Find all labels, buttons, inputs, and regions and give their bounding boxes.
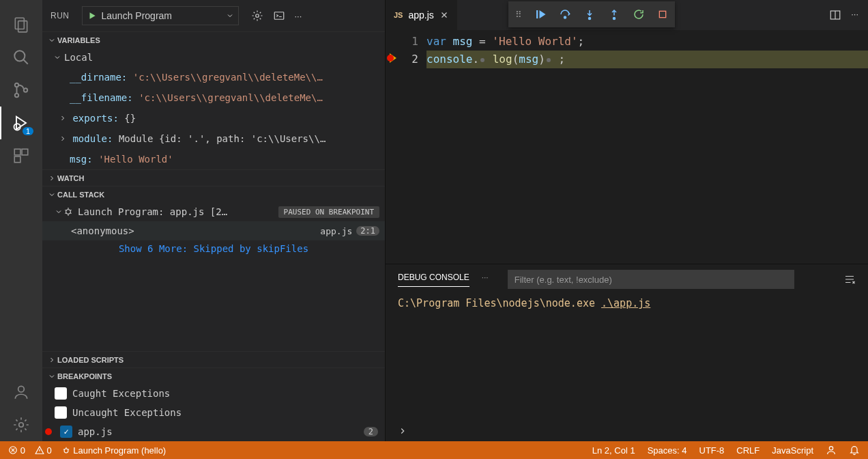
continue-icon[interactable] (534, 8, 547, 20)
repl-prompt-icon[interactable] (398, 426, 407, 436)
svg-point-15 (66, 210, 71, 214)
more-icon[interactable]: ··· (851, 9, 858, 21)
chevron-right-icon (46, 356, 57, 364)
status-launch[interactable]: Launch Program (hello) (61, 445, 166, 456)
chevron-down-icon (46, 191, 57, 199)
code-line[interactable]: var msg = 'Hello World'; (426, 33, 868, 51)
chevron-down-icon (46, 36, 57, 44)
callstack-show-more[interactable]: Show 6 More: Skipped by skipFiles (42, 240, 385, 257)
grip-icon[interactable]: ⠿ (515, 10, 522, 20)
breakpoint-dot-icon (45, 428, 52, 435)
checkbox[interactable] (55, 406, 67, 419)
svg-point-19 (613, 18, 616, 20)
run-title: RUN (50, 11, 70, 20)
restart-icon[interactable] (633, 8, 645, 20)
paused-badge: PAUSED ON BREAKPOINT (278, 206, 379, 218)
explorer-icon[interactable] (5, 8, 38, 41)
svg-rect-8 (14, 149, 20, 155)
svg-line-3 (23, 59, 28, 64)
variable-row[interactable]: module: Module {id: '.', path: 'c:\\User… (42, 128, 385, 149)
more-icon[interactable]: ··· (295, 11, 302, 21)
line-numbers: 1 2 (399, 33, 426, 264)
code-line-current[interactable]: console. log(msg) ; (426, 51, 868, 68)
status-position[interactable]: Ln 2, Col 1 (592, 445, 635, 456)
svg-rect-14 (274, 12, 284, 20)
debug-console-tab[interactable]: DEBUG CONSOLE (398, 273, 469, 287)
code-editor[interactable]: 1 2 var msg = 'Hello World'; console. lo… (386, 30, 868, 264)
breakpoints-section-header[interactable]: BREAKPOINTS (42, 367, 385, 384)
variable-row[interactable]: __dirname: 'c:\\Users\\gregvanl\\deleteM… (42, 67, 385, 87)
run-sidebar: RUN Launch Program ··· VARIABLES Local _… (42, 0, 386, 441)
breakpoint-file[interactable]: ✓app.js2 (42, 422, 385, 441)
status-spaces[interactable]: Spaces: 4 (648, 445, 687, 456)
console-output[interactable]: C:\Program Files\nodejs\node.exe .\app.j… (386, 294, 868, 441)
svg-point-18 (589, 18, 591, 20)
chevron-down-icon (53, 53, 61, 61)
svg-rect-0 (15, 18, 24, 29)
console-icon[interactable] (273, 10, 285, 22)
activity-bar: 1 (0, 0, 42, 441)
status-language[interactable]: JavaScript (772, 445, 813, 456)
variable-row[interactable]: msg: 'Hello World' (42, 149, 385, 169)
feedback-icon[interactable] (826, 445, 837, 456)
svg-point-4 (15, 83, 18, 87)
status-bar: 0 0 Launch Program (hello) Ln 2, Col 1 S… (0, 441, 868, 459)
debug-toolbar[interactable]: ⠿ (508, 1, 675, 27)
status-warnings[interactable]: 0 (35, 445, 52, 456)
filter-input[interactable]: Filter (e.g. text, !exclude) (508, 270, 794, 289)
svg-point-13 (255, 14, 259, 18)
variable-row[interactable]: exports: {} (42, 108, 385, 128)
status-encoding[interactable]: UTF-8 (699, 445, 725, 456)
split-editor-icon[interactable] (829, 9, 841, 21)
clear-console-icon[interactable] (843, 273, 856, 286)
watch-section-header[interactable]: WATCH (42, 169, 385, 186)
breakpoint-caught[interactable]: Caught Exceptions (42, 384, 385, 403)
bug-icon (63, 206, 74, 217)
breakpoint-uncaught[interactable]: Uncaught Exceptions (42, 403, 385, 422)
js-file-icon: JS (394, 11, 403, 19)
gear-icon[interactable] (251, 10, 263, 22)
bell-icon[interactable] (849, 445, 860, 456)
start-debug-icon[interactable] (83, 11, 102, 20)
panel-more[interactable]: ··· (482, 273, 489, 286)
chevron-right-icon (59, 114, 67, 122)
svg-point-11 (18, 386, 25, 392)
debug-badge: 1 (23, 127, 33, 135)
launch-config-select[interactable]: Launch Program (82, 6, 239, 25)
svg-point-5 (15, 94, 18, 97)
variable-scope[interactable]: Local (42, 48, 385, 67)
settings-icon[interactable] (5, 408, 38, 441)
callstack-section-header[interactable]: CALL STACK (42, 186, 385, 202)
svg-point-17 (564, 16, 566, 18)
checkbox-checked[interactable]: ✓ (60, 426, 72, 438)
search-icon[interactable] (5, 41, 38, 74)
step-out-icon[interactable] (608, 8, 620, 20)
callstack-thread[interactable]: Launch Program: app.js [2… PAUSED ON BRE… (42, 202, 385, 221)
callstack-frame[interactable]: <anonymous> app.js 2:1 (42, 221, 385, 240)
step-into-icon[interactable] (583, 8, 596, 20)
debug-console-panel: DEBUG CONSOLE ··· Filter (e.g. text, !ex… (386, 264, 868, 441)
run-debug-icon[interactable]: 1 (5, 107, 38, 139)
status-eol[interactable]: CRLF (736, 445, 760, 456)
svg-point-12 (19, 423, 24, 428)
extensions-icon[interactable] (5, 139, 38, 172)
editor-tab[interactable]: JS app.js (386, 0, 457, 30)
chevron-right-icon (59, 135, 67, 143)
config-name: Launch Program (102, 10, 222, 21)
stop-icon[interactable] (657, 9, 668, 20)
chevron-down-icon[interactable] (222, 12, 238, 20)
checkbox[interactable] (55, 387, 67, 400)
current-line-marker (390, 53, 396, 63)
svg-point-24 (64, 449, 68, 453)
svg-rect-10 (14, 156, 20, 163)
loaded-scripts-header[interactable]: LOADED SCRIPTS (42, 351, 385, 367)
step-over-icon[interactable] (559, 8, 571, 20)
variable-row[interactable]: __filename: 'c:\\Users\\gregvanl\\delete… (42, 87, 385, 108)
status-errors[interactable]: 0 (8, 445, 25, 456)
close-icon[interactable] (439, 10, 449, 20)
account-icon[interactable] (5, 376, 38, 408)
variables-section-header[interactable]: VARIABLES (42, 31, 385, 48)
source-control-icon[interactable] (5, 74, 38, 107)
svg-point-25 (829, 447, 833, 450)
svg-rect-16 (536, 10, 538, 18)
